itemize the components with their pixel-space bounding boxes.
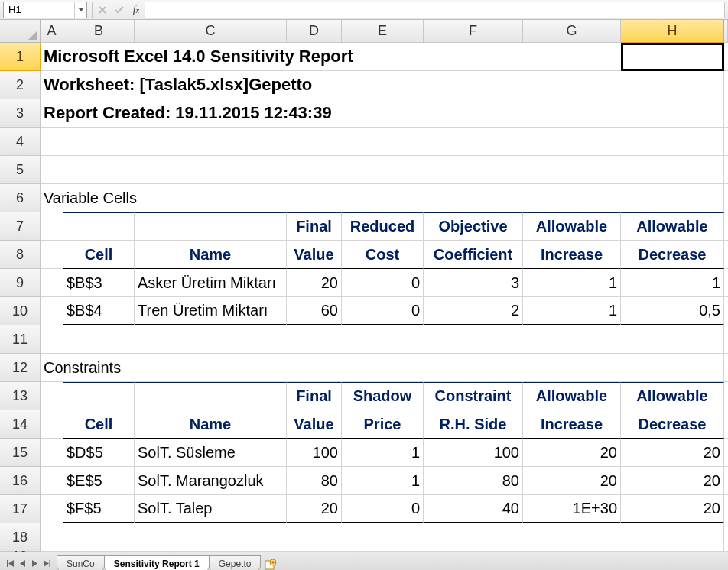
row-header-13[interactable]: 13 bbox=[0, 382, 41, 410]
conhdr-shadow[interactable]: Shadow bbox=[342, 382, 424, 410]
conhdr-decrease[interactable]: Decrease bbox=[621, 410, 724, 439]
con-shadow[interactable]: 1 bbox=[342, 439, 424, 467]
cell-edge[interactable] bbox=[724, 523, 728, 552]
empty-row[interactable] bbox=[41, 156, 724, 184]
cell-edge[interactable] bbox=[724, 128, 728, 156]
var-inc[interactable]: 1 bbox=[523, 269, 621, 297]
cell-edge[interactable] bbox=[724, 382, 728, 410]
row-header-3[interactable]: 3 bbox=[0, 99, 41, 128]
function-cancel-icon[interactable] bbox=[94, 2, 111, 18]
con-inc[interactable]: 1E+30 bbox=[523, 495, 621, 523]
con-cell[interactable]: $E$5 bbox=[63, 467, 135, 495]
row-header-7[interactable]: 7 bbox=[0, 212, 41, 241]
con-rhs[interactable]: 100 bbox=[424, 439, 523, 467]
var-dec[interactable]: 1 bbox=[621, 269, 724, 297]
cell-edge[interactable] bbox=[724, 354, 728, 382]
con-rhs[interactable]: 40 bbox=[424, 495, 523, 523]
con-name[interactable]: SolT. Marangozluk bbox=[135, 467, 287, 495]
spacer[interactable] bbox=[41, 241, 63, 269]
conhdr-final[interactable]: Final bbox=[287, 382, 342, 410]
row-header-8[interactable]: 8 bbox=[0, 241, 41, 269]
cell-edge[interactable] bbox=[724, 212, 728, 241]
varhdr-cost[interactable]: Cost bbox=[342, 241, 424, 269]
cell-edge[interactable] bbox=[724, 410, 728, 439]
col-header-f[interactable]: F bbox=[424, 20, 523, 43]
conhdr-allowable-dec[interactable]: Allowable bbox=[621, 382, 724, 410]
varhdr-cell[interactable]: Cell bbox=[63, 241, 135, 269]
con-dec[interactable]: 20 bbox=[621, 467, 724, 495]
varhdr-coef[interactable]: Coefficient bbox=[424, 241, 523, 269]
row-header-4[interactable]: 4 bbox=[0, 128, 41, 156]
row-header-16[interactable]: 16 bbox=[0, 467, 41, 495]
cell-edge[interactable] bbox=[724, 439, 728, 467]
var-obj[interactable]: 3 bbox=[424, 269, 523, 297]
var-cell[interactable]: $B$3 bbox=[63, 269, 135, 297]
tab-last-icon[interactable] bbox=[41, 558, 52, 568]
varhdr-value[interactable]: Value bbox=[287, 241, 342, 269]
con-name[interactable]: SolT. Süsleme bbox=[135, 439, 287, 467]
varhdr-allowable-inc[interactable]: Allowable bbox=[523, 212, 621, 241]
var-final[interactable]: 60 bbox=[287, 297, 342, 325]
cell-edge[interactable] bbox=[724, 43, 728, 71]
varhdr-increase[interactable]: Increase bbox=[523, 241, 621, 269]
cell-edge[interactable] bbox=[724, 241, 728, 269]
con-shadow[interactable]: 0 bbox=[342, 495, 424, 523]
con-final[interactable]: 80 bbox=[287, 467, 342, 495]
spacer[interactable] bbox=[41, 467, 63, 495]
row-header-6[interactable]: 6 bbox=[0, 184, 41, 212]
conhdr-allowable-inc[interactable]: Allowable bbox=[523, 382, 621, 410]
constraints-heading[interactable]: Constraints bbox=[41, 354, 724, 382]
var-name[interactable]: Asker Üretim Miktarı bbox=[135, 269, 287, 297]
conhdr-cell[interactable]: Cell bbox=[63, 410, 135, 439]
name-box-dropdown-icon[interactable] bbox=[74, 2, 86, 18]
tab-next-icon[interactable] bbox=[29, 558, 40, 568]
varhdr-reduced[interactable]: Reduced bbox=[342, 212, 424, 241]
varhdr-allowable-dec[interactable]: Allowable bbox=[621, 212, 724, 241]
row-header-11[interactable]: 11 bbox=[0, 325, 41, 354]
cell-edge[interactable] bbox=[724, 71, 728, 99]
select-all-corner[interactable] bbox=[0, 20, 41, 43]
col-header-h[interactable]: H bbox=[621, 20, 724, 43]
varhdr-cell-blank[interactable] bbox=[63, 212, 135, 241]
var-reduced[interactable]: 0 bbox=[342, 297, 424, 325]
spacer[interactable] bbox=[41, 439, 63, 467]
con-shadow[interactable]: 1 bbox=[342, 467, 424, 495]
row-header-15[interactable]: 15 bbox=[0, 439, 41, 467]
row-header-18[interactable]: 18 bbox=[0, 523, 41, 552]
var-inc[interactable]: 1 bbox=[523, 297, 621, 325]
row-header-1[interactable]: 1 bbox=[0, 43, 41, 71]
cell-edge[interactable] bbox=[724, 184, 728, 212]
row-header-17[interactable]: 17 bbox=[0, 495, 41, 523]
insert-function-icon[interactable]: fx bbox=[128, 2, 145, 18]
row-header-5[interactable]: 5 bbox=[0, 156, 41, 184]
var-cell[interactable]: $B$4 bbox=[63, 297, 135, 325]
varhdr-name[interactable]: Name bbox=[135, 241, 287, 269]
row-header-10[interactable]: 10 bbox=[0, 297, 41, 325]
var-reduced[interactable]: 0 bbox=[342, 269, 424, 297]
conhdr-value[interactable]: Value bbox=[287, 410, 342, 439]
con-rhs[interactable]: 80 bbox=[424, 467, 523, 495]
tab-first-icon[interactable] bbox=[5, 558, 15, 568]
conhdr-name-blank[interactable] bbox=[135, 382, 287, 410]
spreadsheet-grid[interactable]: A B C D E F G H 1 Microsoft Excel 14.0 S… bbox=[0, 20, 728, 562]
col-header-b[interactable]: B bbox=[63, 20, 135, 43]
var-name[interactable]: Tren Üretim Miktarı bbox=[135, 297, 287, 325]
spacer[interactable] bbox=[41, 269, 63, 297]
var-dec[interactable]: 0,5 bbox=[621, 297, 724, 325]
spacer[interactable] bbox=[41, 382, 63, 410]
varhdr-decrease[interactable]: Decrease bbox=[621, 241, 724, 269]
con-dec[interactable]: 20 bbox=[621, 439, 724, 467]
variable-cells-heading[interactable]: Variable Cells bbox=[41, 184, 724, 212]
cell-edge[interactable] bbox=[724, 297, 728, 325]
empty-row[interactable] bbox=[41, 523, 724, 552]
name-box[interactable]: H1 bbox=[3, 2, 87, 18]
cell-edge[interactable] bbox=[724, 495, 728, 523]
report-created[interactable]: Report Created: 19.11.2015 12:43:39 bbox=[41, 99, 724, 128]
conhdr-cell-blank[interactable] bbox=[63, 382, 135, 410]
conhdr-increase[interactable]: Increase bbox=[523, 410, 621, 439]
sheet-tab-sunco[interactable]: SunCo bbox=[57, 555, 105, 570]
col-header-c[interactable]: C bbox=[135, 20, 287, 43]
conhdr-name[interactable]: Name bbox=[135, 410, 287, 439]
sheet-tab-gepetto[interactable]: Gepetto bbox=[209, 555, 262, 570]
new-sheet-icon[interactable] bbox=[260, 559, 281, 570]
